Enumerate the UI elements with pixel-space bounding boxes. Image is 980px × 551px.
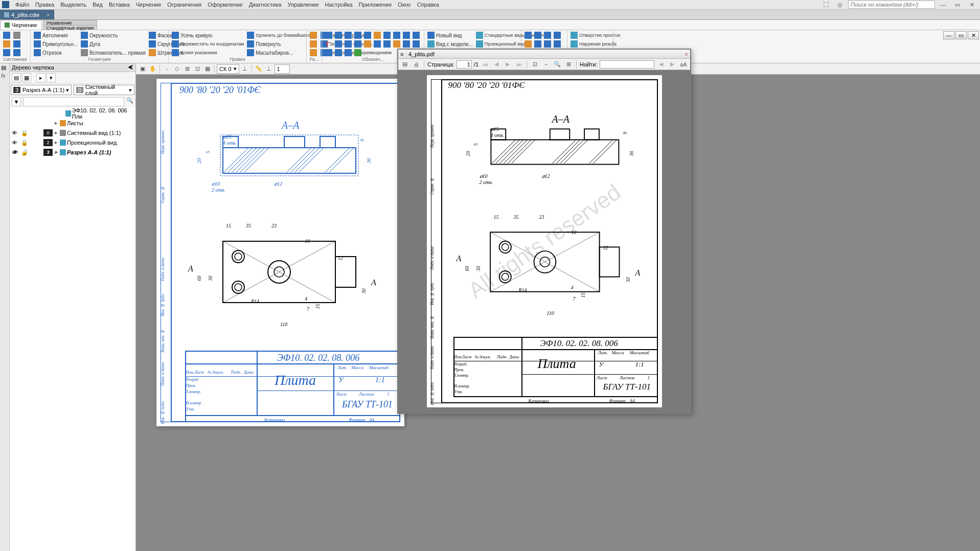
insert-3[interactable]	[543, 31, 552, 39]
ctb-cs[interactable]: ⊥	[240, 64, 249, 74]
eye-icon[interactable]: 👁	[12, 140, 18, 146]
pdf-first[interactable]: ⏮	[481, 60, 490, 69]
pdf-close-button[interactable]: ×	[685, 51, 688, 57]
menu-view[interactable]: Вид	[89, 1, 106, 9]
annot-18[interactable]	[402, 40, 411, 48]
newview-button[interactable]: Новый вид	[426, 31, 474, 39]
search-icon[interactable]: 🔍	[126, 97, 133, 106]
print-button[interactable]	[12, 31, 21, 39]
pdf-print[interactable]: 🖨	[412, 60, 421, 69]
arc-button[interactable]: Дуга	[80, 40, 147, 48]
mdi-close[interactable]: ✕	[968, 31, 979, 39]
undo-button[interactable]	[12, 40, 21, 48]
menu-diagnostics[interactable]: Диагностика	[246, 1, 285, 9]
pdf-prev[interactable]: ◀	[492, 60, 501, 69]
pdf-zoom-out[interactable]: −	[541, 60, 551, 69]
annot-4[interactable]	[353, 31, 362, 39]
doc-tab[interactable]: 4_plita.cdw ×	[0, 10, 54, 19]
insert-2[interactable]	[533, 31, 542, 39]
copy-button[interactable]: Копия указанием	[171, 49, 245, 57]
move-coord-button[interactable]: Переместить по координатам	[171, 40, 245, 48]
pdf-find-case[interactable]: aA	[679, 60, 688, 69]
thread-button[interactable]: Наружная резьба	[569, 40, 621, 48]
insert-7[interactable]	[543, 40, 552, 48]
menu-select[interactable]: Выделить	[57, 1, 89, 9]
annot-3[interactable]	[344, 31, 353, 39]
tree-search-input[interactable]	[23, 97, 124, 106]
autoline-button[interactable]: Автолиния	[33, 31, 79, 39]
rect-button[interactable]: Прямоугольн...	[33, 40, 79, 48]
fx-button[interactable]: fx	[1, 73, 8, 80]
hole-button[interactable]: Отверстие простое	[569, 31, 621, 39]
doc-tab-close[interactable]: ×	[47, 12, 50, 18]
menu-edit[interactable]: Правка	[32, 1, 57, 9]
drawing-page[interactable]: 900 '80 '20 '20 '01ФЄ А–А	[156, 79, 404, 426]
pdf-page[interactable]: All rights reserved 900 '80 '20 '20 '01Ф…	[427, 75, 662, 407]
lock-icon[interactable]: 🔒	[21, 140, 27, 146]
pdf-fit[interactable]: ⊡	[530, 60, 539, 69]
lock-icon[interactable]: 🔒	[21, 130, 27, 136]
annot-9[interactable]	[402, 31, 411, 39]
annot-15[interactable]	[373, 40, 382, 48]
ribbon-tab-stdparts[interactable]: Стандартные изделия	[43, 25, 98, 30]
tree-tool-2[interactable]: ▦	[22, 73, 31, 82]
annot-2[interactable]	[334, 31, 343, 39]
menu-file[interactable]: Файл	[12, 1, 32, 9]
active-layer-dropdown[interactable]: 0 Системный слой ▾	[74, 85, 134, 95]
insert-4[interactable]	[553, 31, 562, 39]
annot-13[interactable]	[353, 40, 362, 48]
annot-11[interactable]	[334, 40, 343, 48]
segment-button[interactable]: Отрезок	[33, 49, 79, 57]
active-view-dropdown[interactable]: 3 Разрез А-А (1:1) ▾	[11, 85, 72, 95]
window-minimize[interactable]: —	[937, 1, 949, 9]
annot-22[interactable]	[344, 49, 353, 57]
menu-insert[interactable]: Вставка	[106, 1, 133, 9]
save-button[interactable]	[2, 49, 11, 57]
annot-1[interactable]	[324, 31, 333, 39]
pdf-last[interactable]: ⏭	[514, 60, 523, 69]
annot-12[interactable]	[344, 40, 353, 48]
mdi-minimize[interactable]: —	[943, 31, 954, 39]
dim-radial-button[interactable]	[309, 40, 318, 48]
pdf-page-input[interactable]	[457, 60, 472, 68]
menu-manage[interactable]: Управление	[284, 1, 322, 9]
tree-tool-1[interactable]: ▤	[12, 73, 21, 82]
ctb-snap-1[interactable]: ◦	[162, 64, 171, 74]
menu-settings[interactable]: Настройка	[322, 1, 356, 9]
tree-view-section[interactable]: 👁🔒 3 ▸ Разрез А-А (1:1)	[10, 147, 135, 157]
filter-button[interactable]: ▼	[12, 97, 21, 106]
pdf-zoom-in[interactable]: 🔍	[553, 60, 562, 69]
step-input[interactable]: 1	[275, 64, 290, 74]
pdf-viewer-window[interactable]: ≡ 4_plita.pdf × ▤ 🖨 Страница: /1 ⏮ ◀ ▶ ⏭…	[397, 49, 691, 414]
window-maximize[interactable]: ▭	[951, 1, 964, 9]
command-search-input[interactable]	[848, 1, 935, 9]
pdf-find-prev[interactable]: ◀	[656, 60, 666, 69]
ribbon-tab-drawing[interactable]: Черчение	[0, 20, 42, 30]
ctb-snap-2[interactable]: ◇	[172, 64, 181, 74]
menu-window[interactable]: Окно	[395, 1, 414, 9]
pdf-find-input[interactable]	[600, 60, 654, 68]
new-button[interactable]	[2, 31, 11, 39]
pdf-find-next[interactable]: ▶	[668, 60, 677, 69]
window-close[interactable]: ✕	[966, 1, 978, 9]
menu-format[interactable]: Оформление	[204, 1, 245, 9]
ctb-snap-3[interactable]: ⊞	[183, 64, 192, 74]
annot-10[interactable]	[412, 31, 421, 39]
pdf-next[interactable]: ▶	[503, 60, 512, 69]
annot-5[interactable]	[363, 31, 372, 39]
insert-6[interactable]	[533, 40, 542, 48]
tree-view-proj[interactable]: 👁🔒 2 ▸ Проекционный вид	[10, 137, 135, 147]
annot-23[interactable]	[353, 49, 362, 57]
open-button[interactable]	[2, 40, 11, 48]
fullscreen-icon[interactable]: ⛶	[819, 1, 832, 9]
annot-8[interactable]	[392, 31, 401, 39]
ctb-pan[interactable]: ✋	[148, 64, 157, 74]
ctb-ortho[interactable]: ⊥	[264, 64, 274, 74]
menu-help[interactable]: Справка	[414, 1, 442, 9]
coord-system-dropdown[interactable]: СК 0▾	[217, 64, 239, 74]
redo-button[interactable]	[12, 49, 21, 57]
dim-angular-button[interactable]	[309, 49, 318, 57]
insert-1[interactable]	[523, 31, 533, 39]
modelview-button[interactable]: Вид с модели...	[426, 40, 474, 48]
annot-20[interactable]	[324, 49, 333, 57]
